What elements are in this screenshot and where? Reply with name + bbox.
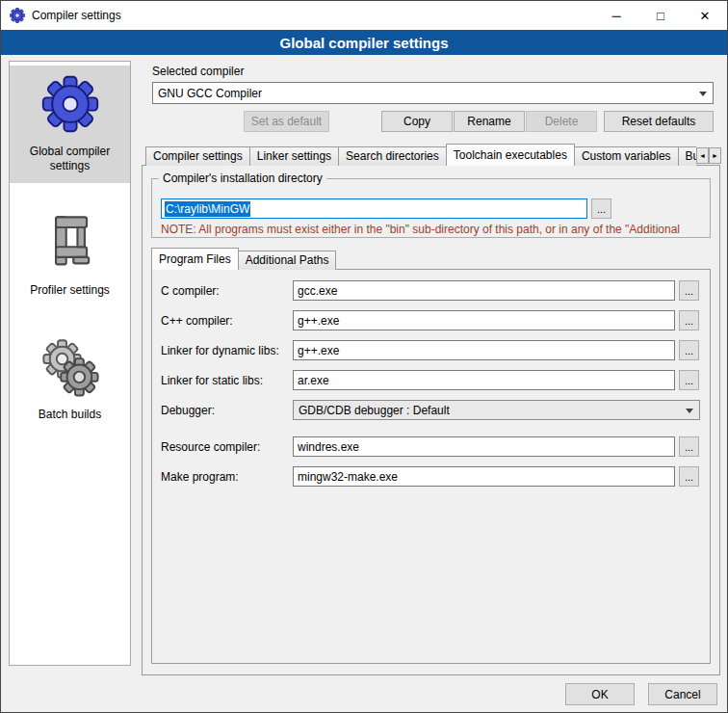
linker-dynamic-browse-button[interactable]: ... — [679, 340, 699, 360]
make-program-browse-button[interactable]: ... — [679, 466, 699, 487]
cpp-compiler-input[interactable] — [293, 310, 675, 330]
delete-button[interactable]: Delete — [526, 111, 597, 132]
debugger-value: GDB/CDB debugger : Default — [299, 404, 450, 417]
clamp-icon — [39, 212, 101, 274]
set-as-default-button[interactable]: Set as default — [244, 111, 329, 132]
selected-compiler-value: GNU GCC Compiler — [158, 87, 262, 100]
sidebar-item-label: Profiler settings — [30, 283, 110, 298]
installation-directory-value: C:\raylib\MinGW — [165, 201, 250, 217]
blue-gear-icon — [39, 73, 101, 135]
linker-static-browse-button[interactable]: ... — [679, 370, 699, 390]
reset-defaults-button[interactable]: Reset defaults — [604, 111, 714, 132]
make-program-label: Make program: — [161, 470, 239, 484]
selected-compiler-dropdown[interactable]: GNU GCC Compiler — [152, 82, 714, 104]
installation-directory-browse-button[interactable]: ... — [591, 198, 611, 219]
tab-additional-paths[interactable]: Additional Paths — [238, 251, 337, 270]
cancel-button[interactable]: Cancel — [648, 683, 717, 705]
installation-directory-group-label: Compiler's installation directory — [159, 172, 326, 185]
debugger-dropdown[interactable]: GDB/CDB debugger : Default — [293, 400, 700, 420]
installation-directory-input[interactable]: C:\raylib\MinGW — [161, 198, 587, 219]
selected-compiler-label: Selected compiler — [152, 65, 244, 78]
settings-category-list: Global compiler settings Profiler settin… — [9, 61, 131, 666]
sidebar-item-global-compiler-settings[interactable]: Global compiler settings — [10, 66, 130, 183]
sidebar-item-profiler-settings[interactable]: Profiler settings — [10, 204, 130, 307]
debugger-label: Debugger: — [161, 404, 215, 417]
tab-custom-variables[interactable]: Custom variables — [574, 146, 679, 166]
chevron-down-icon — [699, 92, 707, 96]
close-button[interactable]: ✕ — [683, 1, 727, 30]
installation-note: NOTE: All programs must exist either in … — [161, 223, 706, 236]
linker-dynamic-label: Linker for dynamic libs: — [161, 344, 279, 357]
cpp-compiler-label: C++ compiler: — [161, 314, 233, 328]
resource-compiler-label: Resource compiler: — [161, 440, 260, 454]
cpp-compiler-browse-button[interactable]: ... — [679, 310, 699, 330]
linker-static-label: Linker for static libs: — [161, 374, 263, 387]
gray-gears-icon — [39, 336, 101, 398]
linker-static-input[interactable] — [293, 370, 675, 390]
copy-button[interactable]: Copy — [381, 111, 453, 132]
tab-linker-settings[interactable]: Linker settings — [249, 146, 339, 166]
chevron-down-icon — [686, 409, 693, 413]
tab-scroll-left-button[interactable]: ◄ — [696, 147, 709, 164]
minimize-button[interactable]: ─ — [594, 1, 638, 30]
linker-dynamic-input[interactable] — [293, 340, 675, 360]
c-compiler-browse-button[interactable]: ... — [679, 280, 699, 301]
tab-search-directories[interactable]: Search directories — [338, 146, 447, 166]
c-compiler-input[interactable] — [293, 280, 675, 301]
sidebar-item-batch-builds[interactable]: Batch builds — [10, 329, 130, 432]
tab-build-options-clipped[interactable]: Buil — [678, 146, 696, 166]
dialog-header: Global compiler settings — [1, 30, 727, 55]
app-gear-icon — [10, 8, 25, 23]
maximize-button[interactable]: □ — [638, 1, 683, 30]
tab-program-files[interactable]: Program Files — [151, 248, 239, 270]
rename-button[interactable]: Rename — [454, 111, 525, 132]
ok-button[interactable]: OK — [565, 683, 635, 705]
resource-compiler-browse-button[interactable]: ... — [679, 436, 699, 457]
settings-tabs: Compiler settings Linker settings Search… — [145, 144, 696, 166]
compiler-settings-dialog: Compiler settings ─ □ ✕ Global compiler … — [0, 0, 728, 713]
window-title: Compiler settings — [32, 9, 121, 22]
resource-compiler-input[interactable] — [293, 436, 675, 457]
tab-compiler-settings[interactable]: Compiler settings — [145, 146, 250, 166]
tab-scroll-right-button[interactable]: ► — [709, 147, 721, 164]
make-program-input[interactable] — [293, 466, 675, 487]
program-tabs: Program Files Additional Paths — [151, 249, 335, 270]
titlebar: Compiler settings ─ □ ✕ — [1, 1, 727, 30]
sidebar-item-label: Batch builds — [39, 408, 101, 422]
c-compiler-label: C compiler: — [161, 284, 220, 298]
sidebar-item-label: Global compiler settings — [13, 145, 126, 173]
tab-toolchain-executables[interactable]: Toolchain executables — [446, 144, 575, 166]
